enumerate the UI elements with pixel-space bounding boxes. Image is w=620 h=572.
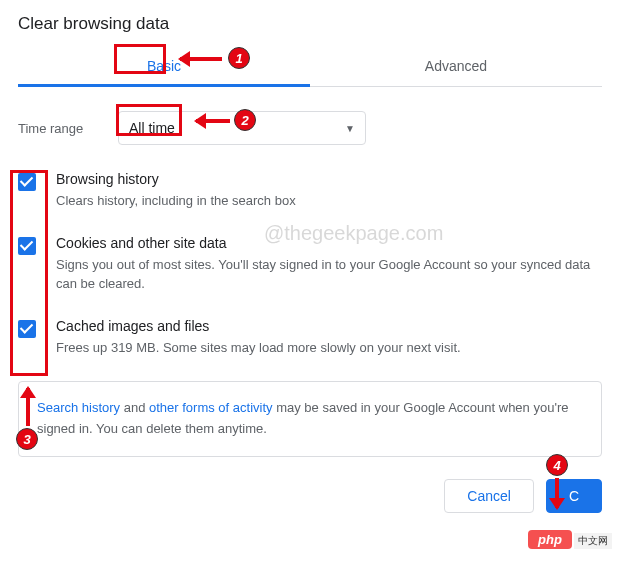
cached-text: Cached images and files Frees up 319 MB.…: [56, 318, 602, 358]
browsing-history-desc: Clears history, including in the search …: [56, 191, 602, 211]
cookies-title: Cookies and other site data: [56, 235, 602, 251]
small-tag: 中文网: [574, 533, 612, 549]
cached-title: Cached images and files: [56, 318, 602, 334]
button-row: Cancel C: [18, 479, 602, 513]
activity-link[interactable]: other forms of activity: [149, 400, 273, 415]
chevron-down-icon: ▼: [345, 123, 355, 134]
cached-checkbox[interactable]: [18, 320, 36, 338]
cookies-item: Cookies and other site data Signs you ou…: [18, 235, 602, 294]
info-and: and: [120, 400, 149, 415]
info-box: Search history and other forms of activi…: [18, 381, 602, 457]
time-range-select[interactable]: All time ▼: [118, 111, 366, 145]
tab-advanced[interactable]: Advanced: [310, 46, 602, 86]
cached-desc: Frees up 319 MB. Some sites may load mor…: [56, 338, 602, 358]
php-badge: php: [528, 530, 572, 549]
browsing-history-title: Browsing history: [56, 171, 602, 187]
time-range-row: Time range All time ▼: [18, 111, 602, 145]
time-range-value: All time: [129, 120, 175, 136]
tab-basic[interactable]: Basic: [18, 46, 310, 86]
cookies-desc: Signs you out of most sites. You'll stay…: [56, 255, 602, 294]
browsing-history-checkbox[interactable]: [18, 173, 36, 191]
search-history-link[interactable]: Search history: [37, 400, 120, 415]
cookies-checkbox[interactable]: [18, 237, 36, 255]
tab-underline: [18, 84, 310, 87]
cancel-button[interactable]: Cancel: [444, 479, 534, 513]
cookies-text: Cookies and other site data Signs you ou…: [56, 235, 602, 294]
browsing-history-text: Browsing history Clears history, includi…: [56, 171, 602, 211]
cached-item: Cached images and files Frees up 319 MB.…: [18, 318, 602, 358]
dialog-title: Clear browsing data: [18, 14, 602, 34]
browsing-history-item: Browsing history Clears history, includi…: [18, 171, 602, 211]
time-range-label: Time range: [18, 121, 118, 136]
tabs-row: Basic Advanced: [18, 46, 602, 87]
annotation-badge-4: 4: [546, 454, 568, 476]
clear-data-button[interactable]: C: [546, 479, 602, 513]
